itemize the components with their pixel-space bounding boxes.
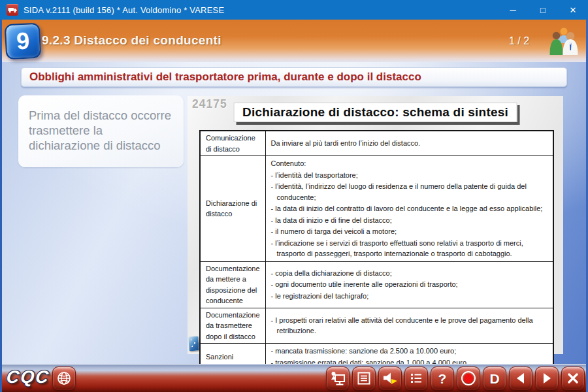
close-window-button[interactable]: ✕ xyxy=(558,0,588,20)
content-panel: 24175 Dichiarazione di distacco: schema … xyxy=(188,96,563,354)
previous-button[interactable] xyxy=(509,367,532,390)
window-controls: ─ □ ✕ xyxy=(498,0,588,20)
table-row: Documentazione da trasmettere dopo il di… xyxy=(200,308,553,344)
content-line: - l’indicazione se i servizi di trasport… xyxy=(271,238,548,259)
watermark: 24175 xyxy=(192,97,227,111)
chapter-badge: 9 xyxy=(5,23,42,60)
lesson-header: 9 9.2.3 Distacco dei conducenti 1 / 2 xyxy=(0,20,588,62)
close-window-icon: ✕ xyxy=(570,5,577,15)
row-content: - copia della dichiarazione di distacco;… xyxy=(265,261,553,308)
window-title: SIDA v.2111 (build 156) * Aut. Voldomino… xyxy=(24,5,224,15)
row-label: Documentazione da trasmettere dopo il di… xyxy=(200,308,265,344)
row-content: - I prospetti orari relativi alle attivi… xyxy=(265,308,553,344)
table-title: Dichiarazione di distacco: schema di sin… xyxy=(233,103,517,122)
content-line: - l’identità, l’indirizzo del luogo di r… xyxy=(271,181,548,203)
content-line: - ogni documento utile inerente alle ope… xyxy=(271,279,548,290)
help-button[interactable]: ? xyxy=(431,367,454,390)
content-line: - copia della dichiarazione di distacco; xyxy=(271,268,548,279)
table-row: Comunicazione di distaccoDa inviare al p… xyxy=(200,131,553,156)
row-label: Dichiarazione di distacco xyxy=(200,156,265,262)
table-row: Dichiarazione di distaccoContenuto:- l’i… xyxy=(200,156,553,262)
globe-icon xyxy=(56,370,72,386)
close-icon xyxy=(566,372,580,385)
row-label: Comunicazione di distacco xyxy=(200,131,265,156)
globe-button[interactable] xyxy=(52,367,76,390)
text-page-button[interactable] xyxy=(352,367,376,390)
row-content: Da inviare al più tardi entro l’inizio d… xyxy=(265,131,553,156)
dictionary-button[interactable]: D xyxy=(483,367,506,390)
content-line: - la data di inizio del contratto di lav… xyxy=(271,203,548,214)
app-logo-icon xyxy=(7,4,18,16)
maximize-icon: □ xyxy=(540,5,546,15)
toolbar: CQC ?D xyxy=(0,364,588,392)
presentation-button[interactable] xyxy=(326,367,350,390)
content-line: - I prospetti orari relativi alle attivi… xyxy=(271,315,548,336)
next-icon xyxy=(540,371,554,385)
note-text: Prima del distacco occorre trasmettere l… xyxy=(18,95,184,154)
titlebar: SIDA v.2111 (build 156) * Aut. Voldomino… xyxy=(0,0,588,20)
audio-icon xyxy=(382,371,398,385)
text-page-icon xyxy=(357,371,371,385)
dictionary-icon: D xyxy=(489,372,499,385)
content-line: - mancata trasmissione: sanzione da 2.50… xyxy=(271,346,548,357)
row-label: Documentazione da mettere a disposizione… xyxy=(200,261,265,308)
audio-button[interactable] xyxy=(378,367,402,390)
previous-icon xyxy=(514,371,528,385)
row-content: Contenuto:- l’identità del trasportatore… xyxy=(265,156,553,262)
presentation-icon xyxy=(330,371,346,386)
content-line: - la data di inizio e di fine del distac… xyxy=(271,215,548,226)
schema-table: Comunicazione di distaccoDa inviare al p… xyxy=(199,130,554,371)
content-line: - le registrazioni del tachigrafo; xyxy=(271,291,548,302)
section-heading: Obblighi amministrativi del trasportator… xyxy=(21,67,567,87)
signature-stamp-icon xyxy=(188,336,199,351)
content-line: Da inviare al più tardi entro l’inizio d… xyxy=(271,138,548,149)
content-line: Contenuto: xyxy=(271,158,548,169)
list-button[interactable] xyxy=(404,367,428,390)
cqc-logo: CQC xyxy=(5,367,50,387)
next-button[interactable] xyxy=(535,367,559,390)
close-button[interactable] xyxy=(561,367,585,390)
minimize-button[interactable]: ─ xyxy=(498,0,528,20)
toolbar-buttons: ?D xyxy=(326,367,585,390)
list-icon xyxy=(409,371,423,385)
lesson-title: 9.2.3 Distacco dei conducenti xyxy=(42,33,221,48)
help-icon: ? xyxy=(438,372,447,385)
minimize-icon: ─ xyxy=(510,5,515,15)
window-border-left xyxy=(0,20,2,392)
note-panel: Prima del distacco occorre trasmettere l… xyxy=(18,95,184,167)
record-icon xyxy=(461,370,476,386)
content-line: - l’identità del trasportatore; xyxy=(271,170,548,181)
maximize-button[interactable]: □ xyxy=(528,0,558,20)
table-row: Documentazione da mettere a disposizione… xyxy=(200,261,553,308)
truck-icon xyxy=(8,7,17,13)
content-line: - il numero di targa dei veicoli a motor… xyxy=(271,226,548,237)
record-button[interactable] xyxy=(457,367,480,390)
page-indicator: 1 / 2 xyxy=(509,35,529,47)
people-group-icon xyxy=(548,26,580,55)
